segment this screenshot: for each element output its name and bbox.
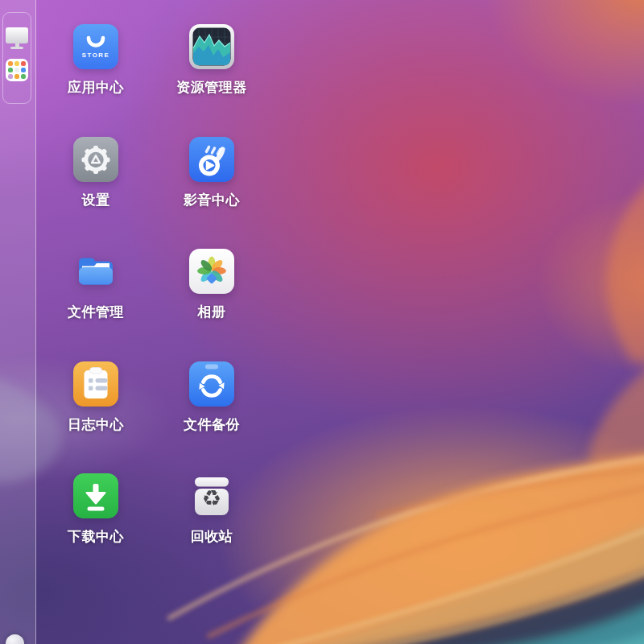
icon-label: 文件管理: [68, 305, 124, 319]
download-arrow-icon: [73, 473, 118, 518]
icon-label: 资源管理器: [176, 80, 247, 94]
icon-label: 日志中心: [68, 418, 124, 431]
grid-dot: [14, 61, 19, 66]
desktop-icon-settings[interactable]: 设置: [38, 137, 154, 250]
desktop-icon-media-center[interactable]: 影音中心: [154, 137, 270, 250]
desktop-icon-download-center[interactable]: 下载中心: [38, 473, 154, 586]
grid-dot: [14, 74, 19, 79]
grid-dot: [8, 74, 13, 79]
grid-dot: [21, 74, 26, 79]
icon-label: 相册: [198, 305, 226, 319]
grid-dot: [8, 61, 13, 66]
desktop-icon-file-backup[interactable]: 文件备份: [154, 361, 270, 474]
sync-icon: [189, 361, 234, 407]
icon-label: 下载中心: [68, 530, 124, 543]
flower-icon: [189, 249, 234, 294]
app-grid-button[interactable]: [6, 59, 28, 81]
media-play-icon: [189, 137, 234, 182]
recycle-icon: ♻: [189, 473, 234, 518]
icon-label: 影音中心: [184, 193, 240, 207]
app-store-bag-icon: STORE: [73, 24, 118, 69]
desktop-icon-resource-manager[interactable]: 资源管理器: [154, 24, 270, 137]
display-preview-button[interactable]: [6, 27, 28, 49]
desktop-icon-album[interactable]: 相册: [154, 249, 270, 361]
clipboard-icon: [73, 361, 118, 407]
desktop-icon-app-center[interactable]: STORE 应用中心: [38, 24, 154, 137]
grid-dot: [21, 68, 26, 72]
app-grid-icon: [6, 59, 28, 81]
desktop-icon-recycle-bin[interactable]: ♻ 回收站: [154, 473, 270, 586]
desktop: STORE 应用中心 资源管理器: [0, 0, 644, 644]
activity-chart-icon: [189, 24, 234, 69]
svg-text:STORE: STORE: [82, 52, 109, 59]
gear-icon: [73, 137, 118, 182]
icon-label: 设置: [82, 193, 110, 207]
grid-dot: [8, 68, 13, 72]
grid-dot: [14, 68, 19, 72]
icon-label: 回收站: [191, 530, 233, 543]
folder-icon: [73, 249, 118, 294]
desktop-icon-log-center[interactable]: 日志中心: [38, 361, 154, 474]
sidebar: [0, 0, 36, 644]
desktop-icon-grid: STORE 应用中心 资源管理器: [38, 24, 270, 586]
monitor-icon: [6, 27, 28, 49]
desktop-icon-file-manager[interactable]: 文件管理: [38, 249, 154, 361]
sidebar-widget-section: [2, 12, 31, 104]
recycle-symbol: ♻: [189, 487, 234, 509]
grid-dot: [21, 61, 26, 66]
icon-label: 文件备份: [184, 418, 240, 431]
icon-label: 应用中心: [68, 80, 124, 94]
